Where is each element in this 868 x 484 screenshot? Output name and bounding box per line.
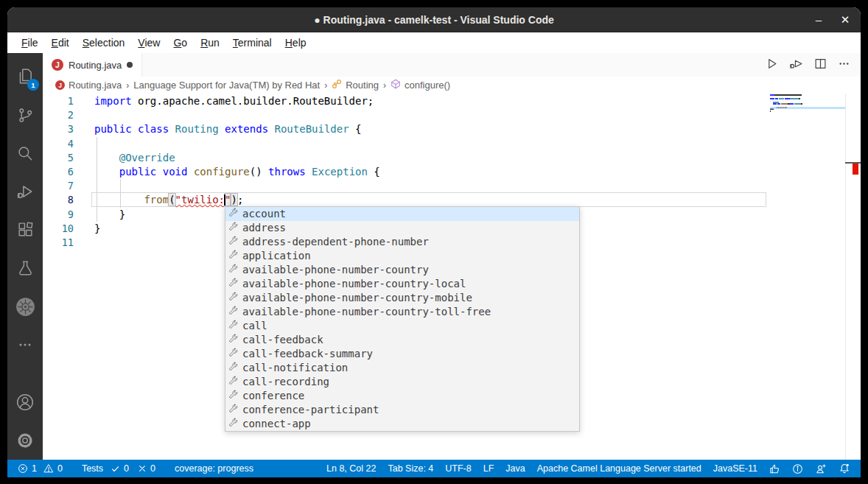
suggestion-call-feedback-summary[interactable]: call-feedback-summary	[225, 347, 579, 361]
breadcrumb-method[interactable]: configure()	[391, 79, 450, 91]
code-line-3[interactable]: 3public class Routing extends RouteBuild…	[43, 122, 861, 136]
line-number[interactable]: 6	[43, 165, 74, 179]
feedback-person-icon[interactable]	[809, 460, 833, 477]
line-number[interactable]: 7	[43, 179, 74, 193]
suggestion-label: address-dependent-phone-number	[242, 235, 429, 249]
minimize-button[interactable]: –	[812, 13, 825, 26]
line-number[interactable]: 11	[43, 236, 74, 250]
split-editor-icon[interactable]	[814, 57, 827, 73]
line-number[interactable]: 8	[43, 193, 74, 207]
tab-routing-java[interactable]: J Routing.java	[43, 53, 142, 77]
suggestion-call-feedback[interactable]: call-feedback	[225, 333, 579, 347]
account-icon[interactable]	[7, 383, 43, 421]
bell-notification-icon[interactable]	[833, 460, 856, 477]
tab-bar: J Routing.java	[43, 53, 861, 77]
camel-server-status[interactable]: Apache Camel Language Server started	[531, 460, 707, 477]
source-control-icon[interactable]	[7, 96, 43, 134]
suggestion-label: application	[242, 249, 311, 263]
suggestion-call-notification[interactable]: call-notification	[225, 361, 579, 375]
coverage-status[interactable]: coverage: progress	[169, 460, 259, 477]
debug-run-icon[interactable]	[789, 57, 803, 73]
suggestion-label: available-phone-number-country-mobile	[242, 291, 472, 305]
settings-gear-icon[interactable]	[7, 421, 43, 460]
suggestion-address-dependent-phone-number[interactable]: address-dependent-phone-number	[225, 235, 579, 249]
line-number[interactable]: 10	[43, 222, 74, 236]
suggestion-label: call-notification	[242, 361, 348, 375]
property-wrench-icon	[228, 347, 238, 361]
property-wrench-icon	[228, 333, 238, 347]
suggestion-account[interactable]: account	[225, 207, 579, 221]
suggestion-available-phone-number-country[interactable]: available-phone-number-country	[225, 263, 579, 277]
line-content: }	[74, 208, 125, 222]
tests-status[interactable]: Tests 0 0	[76, 460, 161, 477]
extensions-icon[interactable]	[7, 211, 43, 249]
run-and-debug-icon[interactable]	[7, 172, 43, 211]
suggestion-connect-app[interactable]: connect-app	[225, 417, 579, 431]
indentation[interactable]: Tab Size: 4	[382, 460, 439, 477]
suggestion-label: account	[242, 207, 286, 221]
suggestion-available-phone-number-country-local[interactable]: available-phone-number-country-local	[225, 277, 579, 291]
menu-item-view[interactable]: View	[131, 35, 167, 50]
suggestion-conference[interactable]: conference	[225, 389, 579, 403]
menu-item-help[interactable]: Help	[279, 35, 313, 50]
code-line-2[interactable]: 2	[43, 108, 861, 122]
line-content	[74, 179, 94, 193]
suggestion-call-recording[interactable]: call-recording	[225, 375, 579, 389]
line-number[interactable]: 5	[43, 151, 74, 165]
autocomplete-dropdown[interactable]: accountaddressaddress-dependent-phone-nu…	[225, 206, 580, 432]
kubernetes-icon[interactable]	[7, 287, 43, 326]
code-line-1[interactable]: 1import org.apache.camel.builder.RouteBu…	[43, 94, 861, 108]
explorer-icon[interactable]: 1	[7, 57, 43, 96]
suggestion-application[interactable]: application	[225, 249, 579, 263]
code-line-5[interactable]: 5 @Override	[43, 151, 861, 165]
explorer-badge: 1	[27, 79, 39, 91]
suggestion-label: call-recording	[242, 375, 329, 389]
menu-item-selection[interactable]: Selection	[76, 35, 132, 50]
breadcrumb-class[interactable]: Routing	[332, 79, 379, 91]
code-line-8[interactable]: 8 from("twilio:");	[43, 193, 861, 207]
menu-item-file[interactable]: File	[15, 35, 45, 50]
code-line-6[interactable]: 6 public void configure() throws Excepti…	[43, 165, 861, 179]
line-number[interactable]: 1	[43, 94, 74, 108]
line-number[interactable]: 2	[43, 108, 74, 122]
menu-item-edit[interactable]: Edit	[45, 35, 76, 50]
menu-item-run[interactable]: Run	[194, 35, 226, 50]
menu-item-go[interactable]: Go	[167, 35, 194, 50]
close-button[interactable]: ✕	[839, 13, 852, 27]
menu-item-terminal[interactable]: Terminal	[226, 35, 279, 50]
info-icon[interactable]	[786, 460, 809, 477]
property-wrench-icon	[228, 291, 238, 305]
testing-icon[interactable]	[7, 249, 43, 287]
suggestion-available-phone-number-country-mobile[interactable]: available-phone-number-country-mobile	[225, 291, 579, 305]
text-cursor	[224, 194, 225, 206]
suggestion-address[interactable]: address	[225, 221, 579, 235]
suggestion-conference-participant[interactable]: conference-participant	[225, 403, 579, 417]
line-number[interactable]: 9	[43, 208, 74, 222]
run-icon[interactable]	[766, 57, 778, 73]
overview-ruler-error-mark	[853, 164, 858, 175]
search-icon[interactable]	[7, 134, 43, 172]
more-icon[interactable]	[7, 326, 43, 364]
language-mode[interactable]: Java	[500, 460, 531, 477]
more-actions-icon[interactable]	[838, 57, 850, 73]
cursor-position[interactable]: Ln 8, Col 22	[321, 460, 382, 477]
suggestion-call[interactable]: call	[225, 319, 579, 333]
breadcrumb-extension[interactable]: Language Support for Java(TM) by Red Hat	[133, 80, 320, 91]
scrollbar[interactable]	[845, 94, 846, 460]
code-line-7[interactable]: 7	[43, 179, 861, 193]
modified-dot-icon[interactable]	[127, 62, 133, 68]
suggestion-label: call	[242, 319, 267, 333]
breadcrumb-file[interactable]: J Routing.java	[55, 80, 122, 91]
code-line-4[interactable]: 4	[43, 137, 861, 151]
minimap[interactable]	[770, 94, 845, 113]
line-content: public class Routing extends RouteBuilde…	[74, 122, 362, 136]
problems-status[interactable]: 1 0	[12, 460, 69, 477]
thumbs-up-icon[interactable]	[763, 460, 786, 477]
eol-sequence[interactable]: LF	[477, 460, 500, 477]
line-number[interactable]: 3	[43, 122, 74, 136]
property-wrench-icon	[228, 221, 238, 235]
suggestion-available-phone-number-country-toll-free[interactable]: available-phone-number-country-toll-free	[225, 305, 579, 319]
line-number[interactable]: 4	[43, 137, 74, 151]
jdk-status[interactable]: JavaSE-11	[707, 460, 763, 477]
encoding[interactable]: UTF-8	[439, 460, 477, 477]
